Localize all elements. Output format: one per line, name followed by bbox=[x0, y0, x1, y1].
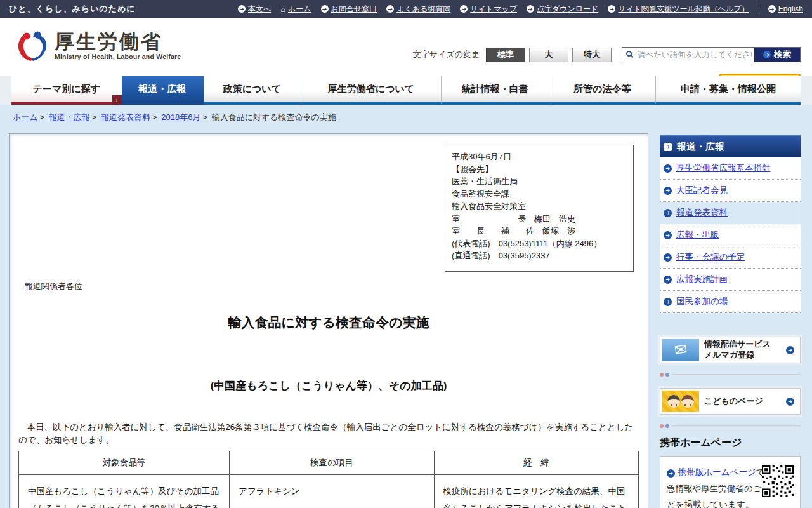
arrow-icon: ➔ bbox=[664, 231, 672, 239]
link-english[interactable]: ➔English bbox=[759, 4, 803, 13]
tab-search-by-theme[interactable]: テーマ別に探す ↓ bbox=[11, 76, 122, 105]
mailmagazine-banner[interactable]: ✉ 情報配信サービス メルマガ登録 ➔ bbox=[660, 337, 801, 363]
kids-page-banner[interactable]: こどものページ ➔ bbox=[660, 388, 801, 415]
tab-policies[interactable]: 政策について bbox=[204, 76, 301, 105]
crumb-current-page: 輸入食品に対する検査命令の実施 bbox=[212, 112, 336, 122]
sidebar-divider bbox=[660, 372, 801, 377]
arrow-icon: ➔ bbox=[667, 469, 675, 478]
search-input[interactable] bbox=[622, 48, 754, 62]
contact-line: (代表電話) 03(5253)1111（内線 2496） bbox=[452, 237, 627, 250]
envelope-icon: ✉ bbox=[662, 339, 699, 361]
mhlw-logo-mark bbox=[14, 28, 49, 64]
table-row: 中国産もろこし（こうりゃん等）及びその加工品（もろこし（こうりゃん等）を30％以… bbox=[19, 475, 639, 508]
main-content: 平成30年6月7日 【照会先】 医薬・生活衛生局 食品監視安全課 輸入食品安全対… bbox=[9, 133, 648, 508]
arrow-icon: ➔ bbox=[768, 5, 776, 13]
tab-applications[interactable]: 申請・募集・情報公開 bbox=[655, 76, 801, 105]
site-header: 厚生労働省 Ministry of Health, Labour and Wel… bbox=[0, 18, 812, 76]
col-background: 経 緯 bbox=[434, 451, 638, 475]
col-target-foods: 対象食品等 bbox=[19, 451, 230, 475]
link-faq[interactable]: ➔よくある御質問 bbox=[386, 4, 450, 15]
tab-statistics-whitepapers[interactable]: 統計情報・白書 bbox=[441, 76, 549, 105]
mobile-homepage-box: ➔携帯版ホームページでは、緊急情報や厚生労働省のご案内などを掲載しています。 bbox=[660, 456, 801, 508]
sidebar-item-pr-publishing[interactable]: ➔広報・出版 bbox=[660, 224, 801, 246]
red-dot-icon bbox=[660, 424, 664, 428]
arrow-icon: ➔ bbox=[460, 5, 468, 13]
arrow-icon: ➔ bbox=[763, 51, 771, 58]
sidebar-item-participation[interactable]: ➔国民参加の場 bbox=[660, 291, 801, 313]
home-icon: ⌂ bbox=[280, 4, 285, 14]
sidebar: ➔ 報道・広報 ➔厚生労働省広報基本指針 ➔大臣記者会見 ➔報道発表資料 ➔広報… bbox=[660, 135, 801, 508]
mhlw-logo[interactable]: 厚生労働省 Ministry of Health, Labour and Wel… bbox=[14, 28, 181, 64]
contact-line: 食品監視安全課 bbox=[452, 188, 627, 201]
sidebar-item-pr-plan[interactable]: ➔広報実施計画 bbox=[660, 269, 801, 291]
fontsize-and-search-row: 文字サイズの変更 標準 大 特大 ➔検索 bbox=[413, 47, 801, 62]
fontsize-label: 文字サイズの変更 bbox=[413, 49, 480, 60]
press-contact-box: 平成30年6月7日 【照会先】 医薬・生活衛生局 食品監視安全課 輸入食品安全対… bbox=[445, 145, 634, 272]
crumb-press-pr[interactable]: 報道・広報 bbox=[49, 112, 90, 122]
banner-label: 情報配信サービス メルマガ登録 bbox=[704, 339, 771, 361]
nav-tabs: テーマ別に探す ↓ 報道・広報 政策について 厚生労働省について 統計情報・白書… bbox=[0, 76, 812, 105]
link-sitemap[interactable]: ➔サイトマップ bbox=[460, 4, 517, 15]
tab-about-mhlw[interactable]: 厚生労働省について bbox=[301, 76, 441, 105]
arrow-icon: ➔ bbox=[527, 5, 534, 13]
children-icon bbox=[662, 391, 699, 412]
logo-text: 厚生労働省 Ministry of Health, Labour and Wel… bbox=[55, 31, 181, 60]
link-accessibility-tool[interactable]: ➔サイト閲覧支援ツール起動（ヘルプ） bbox=[608, 4, 749, 15]
site-search: ➔検索 bbox=[622, 47, 801, 62]
sidebar-item-minister-press[interactable]: ➔大臣記者会見 bbox=[660, 180, 801, 202]
contact-line: 【照会先】 bbox=[452, 163, 627, 176]
col-inspection-item: 検査の項目 bbox=[230, 451, 434, 475]
contact-line: 平成30年6月7日 bbox=[452, 150, 627, 163]
link-to-main-content[interactable]: ➔本文へ bbox=[238, 4, 271, 15]
body-paragraph: 本日、以下のとおり輸入者に対して、食品衛生法第26条第３項に基づく検査命令（輸入… bbox=[18, 421, 639, 448]
banner-label: こどものページ bbox=[704, 396, 763, 407]
arrow-icon: ➔ bbox=[664, 209, 672, 217]
sidebar-header-press-pr: ➔ 報道・広報 bbox=[660, 135, 801, 157]
link-contact[interactable]: ➔お問合せ窓口 bbox=[321, 4, 377, 15]
arrow-icon: ➔ bbox=[786, 346, 794, 354]
arrow-icon: ➔ bbox=[238, 5, 246, 13]
chevron-down-icon: ↓ bbox=[112, 95, 122, 105]
cell-inspection-item: アフラトキシン bbox=[230, 475, 434, 508]
link-home[interactable]: ⌂ホーム bbox=[280, 4, 311, 15]
fontsize-standard-button[interactable]: 標準 bbox=[486, 48, 525, 62]
contact-line: 輸入食品安全対策室 bbox=[452, 200, 627, 213]
sidebar-item-pr-policy[interactable]: ➔厚生労働省広報基本指針 bbox=[660, 157, 801, 180]
cell-target-foods: 中国産もろこし（こうりゃん等）及びその加工品（もろこし（こうりゃん等）を30％以… bbox=[19, 475, 230, 508]
sidebar-item-events-schedule[interactable]: ➔行事・会議の予定 bbox=[660, 246, 801, 269]
arrow-icon: ➔ bbox=[786, 398, 794, 406]
sidebar-item-press-releases[interactable]: ➔報道発表資料 bbox=[660, 202, 801, 224]
crumb-press-releases[interactable]: 報道発表資料 bbox=[101, 112, 150, 122]
contact-line: 医薬・生活衛生局 bbox=[452, 175, 627, 188]
fontsize-large-button[interactable]: 大 bbox=[529, 48, 568, 62]
global-nav: テーマ別に探す ↓ 報道・広報 政策について 厚生労働省について 統計情報・白書… bbox=[0, 76, 812, 105]
arrow-icon: ➔ bbox=[321, 5, 329, 13]
search-icon bbox=[626, 51, 632, 57]
tab-laws[interactable]: 所管の法令等 bbox=[549, 76, 655, 105]
tab-press-pr[interactable]: 報道・広報 bbox=[122, 76, 204, 105]
link-braille-download[interactable]: ➔点字ダウンロード bbox=[527, 4, 598, 15]
mobile-homepage-link[interactable]: 携帯版ホームページ bbox=[678, 467, 756, 477]
arrow-icon: ➔ bbox=[664, 187, 672, 195]
mobile-homepage-heading: 携帯ホームページ bbox=[660, 436, 801, 450]
site-tagline: ひと、くらし、みらいのために bbox=[9, 3, 136, 15]
blue-dot-icon bbox=[665, 424, 669, 428]
crumb-2018-june[interactable]: 2018年6月 bbox=[161, 112, 200, 122]
fontsize-xlarge-button[interactable]: 特大 bbox=[572, 48, 612, 62]
blue-dot-icon bbox=[665, 373, 669, 377]
logo-title: 厚生労働省 bbox=[55, 31, 181, 53]
search-field-wrap bbox=[622, 48, 754, 62]
contact-line: 室 長 補 佐 飯塚 渉 bbox=[452, 225, 627, 237]
logo-subtitle: Ministry of Health, Labour and Welfare bbox=[55, 53, 181, 60]
arrow-icon: ➔ bbox=[664, 298, 672, 306]
crumb-home[interactable]: ホーム bbox=[13, 112, 38, 122]
top-utility-bar: ひと、くらし、みらいのために ➔本文へ ⌂ホーム ➔お問合せ窓口 ➔よくある御質… bbox=[0, 0, 812, 18]
search-button[interactable]: ➔検索 bbox=[754, 48, 800, 62]
sidebar-list: ➔厚生労働省広報基本指針 ➔大臣記者会見 ➔報道発表資料 ➔広報・出版 ➔行事・… bbox=[660, 157, 801, 313]
contact-line: 室 長 梅田 浩史 bbox=[452, 213, 627, 225]
arrow-icon: ➔ bbox=[664, 276, 672, 284]
arrow-icon: ➔ bbox=[386, 5, 394, 13]
top-links: ➔本文へ ⌂ホーム ➔お問合せ窓口 ➔よくある御質問 ➔サイトマップ ➔点字ダウ… bbox=[238, 4, 803, 15]
arrow-icon: ➔ bbox=[664, 253, 672, 262]
contact-line: (直通電話) 03(3595)2337 bbox=[452, 250, 627, 262]
